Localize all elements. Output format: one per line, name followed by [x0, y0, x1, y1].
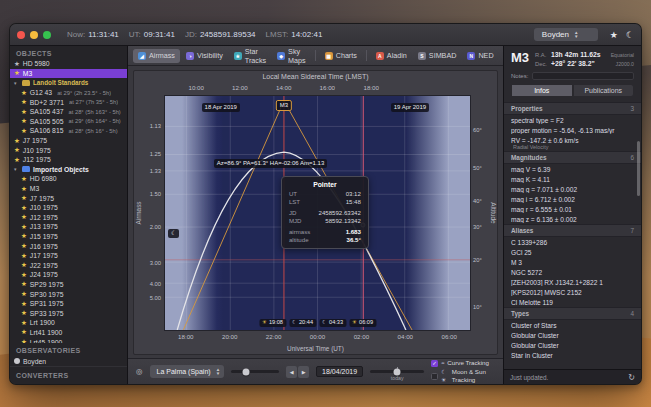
date-field[interactable]: 18/04/2019 [316, 366, 363, 377]
object-row[interactable]: ▾ Lrt41 1900 [10, 328, 127, 338]
section-header[interactable]: Types 4 [504, 307, 641, 320]
detail-row[interactable]: mag z = 6.136 ± 0.002 [504, 214, 641, 224]
section-count: 4 [630, 310, 634, 317]
section-header[interactable]: Properties 3 [504, 102, 641, 115]
object-row[interactable]: ▾ J10 1975 [10, 145, 127, 155]
previous-day-button[interactable]: ◀ [286, 366, 297, 378]
view-tab[interactable]: ★ Star Tracks [229, 49, 271, 63]
checkbox-checked[interactable]: ✓ [431, 360, 438, 367]
object-row[interactable]: ▾ J7 1975 [10, 136, 127, 146]
horizon-slider[interactable] [231, 370, 279, 373]
detail-row[interactable]: Cluster of Stars [504, 320, 641, 330]
refresh-icon[interactable]: ↻ [628, 373, 635, 382]
object-row[interactable]: ▾ HD 6980 [10, 174, 127, 184]
detail-row[interactable]: Globular Cluster [504, 330, 641, 340]
object-row[interactable]: ▾ Lrt 1900 [10, 318, 127, 328]
detail-row[interactable]: mag i = 6.712 ± 0.002 [504, 194, 641, 204]
detail-row[interactable]: [ZEH2003] RX J1342.1+2822 1 [504, 277, 641, 287]
object-row[interactable]: ▾ J24 1975 [10, 270, 127, 280]
view-tab[interactable]: N NED [462, 49, 498, 63]
detail-row[interactable]: proper motion = -5.64, -6.13 mas/yr [504, 125, 641, 135]
scrollbar[interactable] [637, 141, 640, 196]
slider-thumb[interactable] [394, 368, 401, 375]
object-row[interactable]: ▾ SP29 1975 [10, 280, 127, 290]
close-button[interactable] [17, 31, 25, 39]
detail-row[interactable]: spectral type = F2 [504, 115, 641, 125]
object-row[interactable]: ▾ J15 1975 [10, 232, 127, 242]
object-sublabel: at 27° (7h 35° - 5h) [69, 99, 118, 105]
favorite-star-icon[interactable]: ★ [610, 30, 618, 40]
detail-row[interactable]: mag V = 6.39 [504, 164, 641, 174]
axis-tick: 30° [473, 224, 482, 230]
airmass-plot[interactable]: 18 Apr 2019 19 Apr 2019 M3 Az=86.9° PA=6… [164, 95, 471, 331]
object-row[interactable]: ▾ SA105 437 at 28° (5h 163° - 5h) [10, 107, 127, 117]
detail-row[interactable]: M 3 [504, 257, 641, 267]
object-row[interactable]: ▾ M3 [10, 184, 127, 194]
notes-field[interactable] [532, 72, 634, 80]
object-row[interactable]: ▾ G12 43 at 29° (2h 23.5° - 5h) [10, 88, 127, 98]
minimize-button[interactable] [30, 31, 38, 39]
section-header[interactable]: Aliases 7 [504, 224, 641, 237]
zoom-button[interactable] [43, 31, 51, 39]
details-tab[interactable]: Infos [511, 84, 573, 97]
detail-row[interactable]: mag r = 6.555 ± 0.01 [504, 204, 641, 214]
disclosure-icon[interactable]: ▾ [14, 80, 19, 86]
object-row[interactable]: ▾ SP33 1975 [10, 308, 127, 318]
object-row[interactable]: ▾ J22 1975 [10, 260, 127, 270]
object-row[interactable]: ▾ J17 1975 [10, 251, 127, 261]
detail-row[interactable]: mag K = 4.11 [504, 174, 641, 184]
airmass-axis-ticks: 1.131.251.331.502.003.004.005.00 [142, 95, 162, 331]
object-row[interactable]: ▾ J12 1975 [10, 213, 127, 223]
details-tab[interactable]: Publications [573, 84, 635, 97]
object-row[interactable]: ▾ SP30 1975 [10, 289, 127, 299]
date-offset-slider[interactable]: today [370, 370, 424, 373]
view-tab[interactable]: ▦ Charts [320, 49, 362, 63]
object-row[interactable]: ▾ Imported Objects [10, 165, 127, 175]
checkbox-unchecked[interactable] [431, 373, 438, 380]
object-row[interactable]: ▾ SP31 1975 [10, 299, 127, 309]
disclosure-icon[interactable]: ▾ [14, 166, 19, 172]
detail-row[interactable]: [KPS2012] MWSC 2152 [504, 287, 641, 297]
bottom-toolbar: ◎ La Palma (Spain) ▲▼ ◀ ▶ 18/04/2019 tod… [128, 358, 503, 384]
object-row[interactable]: ▾ SA106 815 at 28° (5h 16° - 5h) [10, 126, 127, 136]
detail-row[interactable]: NGC 5272 [504, 267, 641, 277]
object-row[interactable]: ▾ J12 1975 [10, 155, 127, 165]
object-row[interactable]: ▾ HD 5980 [10, 59, 127, 69]
view-tab[interactable]: ◑ Visibility [181, 49, 228, 63]
detail-row[interactable]: Cl Melotte 119 [504, 297, 641, 307]
object-label: G12 43 [30, 89, 52, 96]
detail-row[interactable]: Globular Cluster [504, 340, 641, 350]
view-tab[interactable]: A Aladin [371, 49, 412, 63]
detail-row[interactable]: C 1339+286 [504, 237, 641, 247]
detail-row[interactable]: Star in Cluster [504, 350, 641, 360]
curve-tracking-checkbox[interactable]: ✓ ≈ Curve Tracking [431, 359, 495, 367]
object-sublabel: at 28° (5h 16° - 5h) [68, 128, 117, 134]
object-row[interactable]: ▾ J16 1975 [10, 241, 127, 251]
object-row[interactable]: ▾ SA105 505 at 29° (6h 164° - 5h) [10, 117, 127, 127]
detail-row[interactable]: mag g = 7.071 ± 0.002 [504, 184, 641, 194]
location-select[interactable]: La Palma (Spain) ▲▼ [150, 365, 225, 378]
object-row[interactable]: ▾ BD+2 3771 at 27° (7h 35° - 5h) [10, 97, 127, 107]
night-mode-moon-icon[interactable]: ☾ [626, 30, 634, 40]
chevron-up-down-icon: ▲▼ [574, 31, 578, 39]
view-tab[interactable]: S SIMBAD [413, 49, 462, 63]
object-row[interactable]: ▾ Landolt Standards [10, 78, 127, 88]
object-row[interactable]: ▾ M3 [10, 69, 127, 79]
object-marker-badge: M3 [276, 100, 292, 111]
view-tab[interactable]: ◢ Airmass [133, 49, 180, 63]
view-tab[interactable]: ◆ Sky Maps [272, 49, 311, 63]
section-header[interactable]: Magnitudes 6 [504, 151, 641, 164]
moon-sun-tracking-checkbox[interactable]: ☾☀ Moon & Sun Tracking [431, 368, 495, 384]
next-day-button[interactable]: ▶ [298, 366, 309, 378]
clock-item: JD: 2458591.89534 [185, 30, 256, 39]
object-row[interactable]: ▾ J7 1975 [10, 193, 127, 203]
detail-row[interactable]: RV = -147.2 ± 0.6 km/s Radial Velocity [504, 135, 641, 151]
observatory-row[interactable]: Boyden [10, 356, 127, 366]
detail-row[interactable]: GCl 25 [504, 247, 641, 257]
converters-header[interactable]: CONVERTERS [10, 366, 127, 384]
object-row[interactable]: ▾ J13 1975 [10, 222, 127, 232]
object-row[interactable]: ▾ J10 1975 [10, 203, 127, 213]
app-window: Now: 11:31:41 UT: 09:31:41 JD: 2458591.8… [9, 23, 642, 385]
slider-thumb[interactable] [243, 368, 250, 375]
observatory-select[interactable]: Boyden ▲▼ [534, 28, 598, 41]
